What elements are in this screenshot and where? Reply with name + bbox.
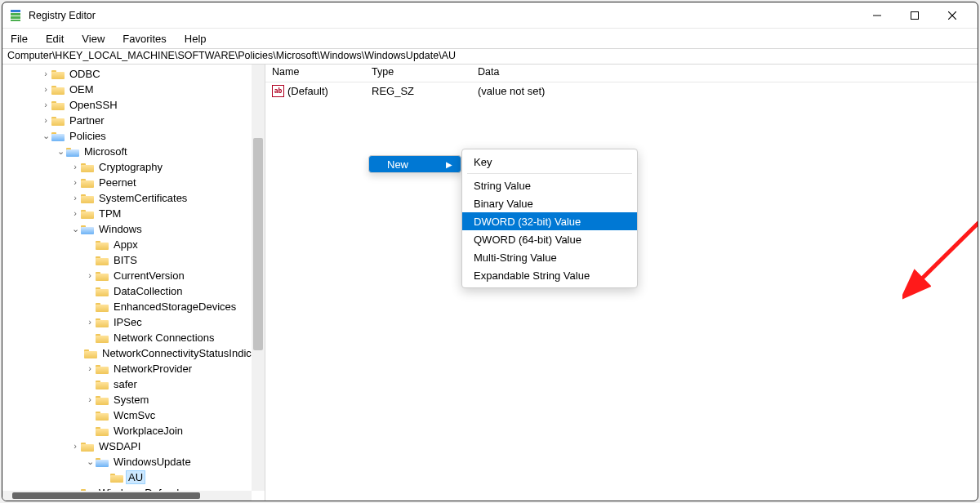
tree-node[interactable]: ⌄WindowsUpdate (2, 454, 265, 470)
maximize-button[interactable] (896, 2, 933, 29)
menu-edit[interactable]: Edit (42, 31, 67, 47)
tree-node[interactable]: DataCollection (2, 283, 265, 299)
address-bar[interactable]: Computer\HKEY_LOCAL_MACHINE\SOFTWARE\Pol… (2, 48, 978, 65)
chevron-right-icon[interactable]: › (69, 162, 81, 171)
chevron-right-icon[interactable]: › (40, 116, 51, 125)
tree-node[interactable]: ›NetworkProvider (2, 361, 265, 376)
folder-icon (51, 69, 65, 79)
value-type: REG_SZ (365, 85, 471, 97)
submenu-item[interactable]: Expandable String Value (462, 266, 637, 284)
chevron-right-icon[interactable]: › (69, 442, 81, 451)
tree-node-label: WcmSvc (112, 409, 157, 421)
context-menu-new[interactable]: New ▶ (368, 155, 461, 173)
tree-node[interactable]: ›Peernet (2, 175, 265, 190)
scrollbar-thumb[interactable] (253, 138, 263, 350)
tree-node[interactable]: ⌄Microsoft (2, 144, 265, 159)
chevron-right-icon[interactable]: › (40, 85, 51, 94)
column-name[interactable]: Name (265, 65, 365, 82)
chevron-right-icon[interactable]: › (84, 364, 96, 373)
column-data[interactable]: Data (471, 65, 978, 82)
tree-node[interactable]: safer (2, 376, 265, 392)
tree-pane[interactable]: ›ODBC›OEM›OpenSSH›Partner⌄Policies⌄Micro… (2, 65, 265, 501)
folder-icon (96, 332, 109, 343)
submenu-item[interactable]: Key (462, 153, 637, 171)
chevron-right-icon[interactable]: › (84, 395, 96, 404)
tree-node[interactable]: BITS (2, 252, 265, 268)
tree-node[interactable]: EnhancedStorageDevices (2, 299, 265, 314)
folder-icon (81, 193, 94, 203)
folder-icon (96, 379, 109, 389)
folder-icon (96, 456, 109, 467)
menu-help[interactable]: Help (181, 31, 210, 47)
menu-file[interactable]: File (7, 31, 31, 47)
tree-node[interactable]: WorkplaceJoin (2, 423, 265, 438)
folder-icon (96, 425, 109, 436)
tree-node[interactable]: ›WSDAPI (2, 438, 265, 454)
folder-icon (96, 255, 109, 265)
value-row-default[interactable]: ab (Default) REG_SZ (value not set) (265, 82, 978, 99)
menu-view[interactable]: View (78, 31, 108, 47)
tree-node[interactable]: Appx (2, 237, 265, 252)
svg-rect-3 (11, 20, 20, 21)
submenu-item[interactable]: QWORD (64-bit) Value (462, 230, 637, 248)
tree-horizontal-scrollbar[interactable] (2, 491, 252, 501)
submenu-item[interactable]: Binary Value (462, 194, 637, 212)
chevron-right-icon[interactable]: › (84, 271, 96, 280)
tree-node-label: Policies (68, 130, 108, 142)
tree-node[interactable]: WcmSvc (2, 407, 265, 423)
folder-icon (51, 115, 65, 126)
tree-node[interactable]: AU (2, 470, 265, 485)
tree-node[interactable]: ›TPM (2, 206, 265, 221)
tree-inner: ›ODBC›OEM›OpenSSH›Partner⌄Policies⌄Micro… (2, 66, 265, 501)
tree-node[interactable]: Network Connections (2, 330, 265, 345)
values-pane[interactable]: Name Type Data ab (Default) REG_SZ (valu… (265, 65, 978, 501)
annotation-arrow (902, 153, 978, 300)
tree-node[interactable]: ›OEM (2, 82, 265, 97)
submenu-item[interactable]: DWORD (32-bit) Value (462, 212, 637, 230)
tree-node-label: Cryptography (97, 161, 164, 173)
chevron-right-icon[interactable]: › (69, 209, 81, 218)
svg-line-8 (917, 161, 978, 283)
tree-node[interactable]: ›ODBC (2, 66, 265, 82)
chevron-down-icon[interactable]: ⌄ (40, 131, 51, 140)
tree-node-label: AU (127, 471, 145, 483)
chevron-right-icon[interactable]: › (69, 178, 81, 187)
app-icon (9, 9, 22, 22)
value-name-cell: ab (Default) (265, 85, 365, 97)
tree-node[interactable]: NetworkConnectivityStatusIndicator (2, 345, 265, 361)
chevron-right-icon[interactable]: › (40, 100, 51, 109)
scrollbar-thumb[interactable] (12, 492, 200, 499)
tree-node-label: SystemCertificates (97, 192, 189, 204)
minimize-button[interactable] (858, 2, 896, 29)
content-area: ›ODBC›OEM›OpenSSH›Partner⌄Policies⌄Micro… (2, 65, 978, 501)
tree-node[interactable]: ⌄Windows (2, 221, 265, 237)
tree-node-label: Microsoft (82, 145, 129, 158)
tree-vertical-scrollbar[interactable] (252, 65, 265, 491)
tree-node[interactable]: ›CurrentVersion (2, 268, 265, 283)
chevron-down-icon[interactable]: ⌄ (84, 457, 96, 466)
chevron-down-icon[interactable]: ⌄ (69, 225, 81, 234)
tree-node[interactable]: ›Partner (2, 113, 265, 128)
tree-node-label: OEM (68, 83, 96, 96)
tree-node[interactable]: ›IPSec (2, 314, 265, 330)
submenu-item[interactable]: String Value (462, 176, 637, 194)
menu-favorites[interactable]: Favorites (119, 31, 169, 47)
tree-node[interactable]: ⌄Policies (2, 128, 265, 144)
titlebar: Registry Editor (2, 2, 978, 29)
window-controls (858, 2, 971, 29)
close-button[interactable] (933, 2, 971, 29)
chevron-right-icon[interactable]: › (69, 194, 81, 203)
tree-node[interactable]: ›Cryptography (2, 159, 265, 175)
chevron-right-icon[interactable]: › (40, 69, 51, 78)
tree-node[interactable]: ›OpenSSH (2, 97, 265, 113)
column-type[interactable]: Type (365, 65, 471, 82)
value-data: (value not set) (471, 85, 978, 97)
chevron-right-icon[interactable]: › (84, 318, 96, 327)
tree-node-label: DataCollection (112, 285, 185, 297)
tree-node[interactable]: ›System (2, 392, 265, 407)
tree-node-label: Appx (112, 238, 140, 251)
chevron-down-icon[interactable]: ⌄ (55, 147, 66, 156)
tree-node-label: ODBC (68, 68, 102, 80)
tree-node[interactable]: ›SystemCertificates (2, 190, 265, 206)
submenu-item[interactable]: Multi-String Value (462, 248, 637, 266)
